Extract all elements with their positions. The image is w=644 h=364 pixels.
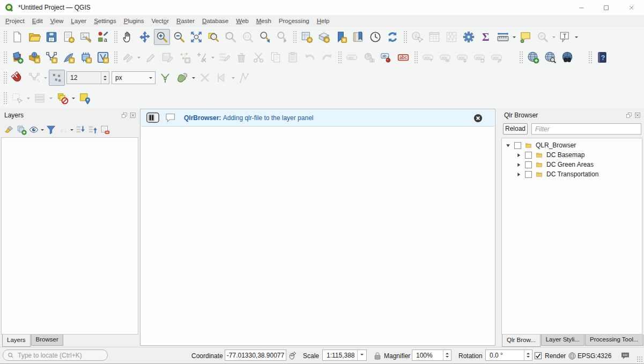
advanced-digitizing-dropdown[interactable] <box>210 49 216 65</box>
zoom-to-layer-button[interactable] <box>223 29 239 45</box>
new-shapefile-layer-button[interactable] <box>61 49 77 65</box>
zoom-native-button[interactable]: 1:1 <box>240 29 256 45</box>
chevron-right-icon[interactable] <box>516 162 522 167</box>
message-close-icon[interactable] <box>473 113 483 123</box>
current-edits-button[interactable] <box>120 49 136 65</box>
filter-by-expression-button[interactable]: ε <box>57 123 69 136</box>
toolbar-grip[interactable] <box>3 30 7 44</box>
tree-checkbox[interactable] <box>525 161 532 168</box>
tree-row[interactable]: DC Transportation <box>502 169 642 179</box>
manage-map-themes-dropdown[interactable] <box>40 123 45 136</box>
locate-input[interactable]: Type to locate (Ctrl+K) <box>3 350 108 361</box>
snapping-intersection-button[interactable] <box>197 70 213 86</box>
select-by-form-dropdown[interactable] <box>48 90 54 106</box>
data-source-manager-button[interactable] <box>9 49 25 65</box>
metasearch-new-button[interactable] <box>525 49 541 65</box>
chevron-right-icon[interactable] <box>516 153 522 158</box>
select-by-location-button[interactable] <box>77 90 93 106</box>
toolbar-grip[interactable] <box>113 30 117 44</box>
toolbar-grip[interactable] <box>113 50 117 64</box>
layout-new-button[interactable] <box>61 29 77 45</box>
qlr-float-icon[interactable] <box>626 112 632 118</box>
snapping-tolerance-spinbox[interactable]: 12 <box>66 71 109 84</box>
layers-tree[interactable] <box>1 137 138 335</box>
new-geopackage-layer-button[interactable] <box>78 49 94 65</box>
menu-processing[interactable]: Processing <box>275 15 313 27</box>
layers-float-icon[interactable] <box>121 112 128 118</box>
close-button[interactable] <box>619 0 644 15</box>
change-label-button[interactable]: abc <box>395 49 411 65</box>
chevron-right-icon[interactable] <box>516 172 522 177</box>
menu-web[interactable]: Web <box>232 15 252 27</box>
maximize-button[interactable] <box>594 0 619 15</box>
enable-tracing-button[interactable] <box>236 70 253 86</box>
tree-checkbox[interactable] <box>514 142 521 149</box>
zoom-to-selection-button[interactable] <box>205 29 221 45</box>
processing-toolbox-button[interactable] <box>461 29 477 45</box>
map-canvas[interactable]: QlrBrowser: Adding qlr-file to the layer… <box>140 109 495 346</box>
lock-icon[interactable] <box>373 351 382 361</box>
open-layer-styling-button[interactable] <box>3 123 15 136</box>
extent-icon[interactable] <box>288 351 298 360</box>
redo-button[interactable] <box>319 49 335 65</box>
new-virtual-layer-button[interactable] <box>95 49 111 65</box>
map-tips-button[interactable] <box>517 29 534 45</box>
undo-button[interactable] <box>302 49 318 65</box>
text-annotation-button[interactable]: T <box>557 29 573 45</box>
tree-row-root[interactable]: QLR_Browser <box>502 140 642 150</box>
pin-labels-button[interactable]: abc <box>420 49 436 65</box>
deselect-all-button[interactable] <box>54 90 70 106</box>
toolbar-grip[interactable] <box>337 50 342 64</box>
menu-database[interactable]: Database <box>198 15 232 27</box>
tree-checkbox[interactable] <box>525 152 532 159</box>
edit-label-button[interactable]: abc <box>488 49 505 65</box>
labeling-options-button[interactable]: ab <box>378 49 394 65</box>
measure-line-dropdown[interactable] <box>512 29 517 45</box>
menu-help[interactable]: Help <box>313 15 334 27</box>
layers-close-icon[interactable] <box>130 112 136 118</box>
toolbar-grip[interactable] <box>519 50 523 64</box>
tree-checkbox[interactable] <box>525 171 532 178</box>
add-vector-layer-button[interactable] <box>26 49 42 65</box>
project-open-button[interactable] <box>26 29 42 45</box>
menu-vector[interactable]: Vector <box>147 15 173 27</box>
show-spatial-bookmarks-button[interactable] <box>350 29 366 45</box>
help-contents-button[interactable]: ? <box>594 49 610 65</box>
toolbar-grip[interactable] <box>292 30 297 44</box>
open-attribute-table-button[interactable] <box>426 29 442 45</box>
menu-plugins[interactable]: Plugins <box>120 15 148 27</box>
identify-features-button[interactable]: i <box>409 29 425 45</box>
tree-row[interactable]: DC Green Areas <box>502 160 642 169</box>
show-statistics-button[interactable]: Σ <box>478 29 494 45</box>
layer-labeling-button[interactable]: abc <box>344 49 360 65</box>
menu-view[interactable]: View <box>47 15 68 27</box>
collapse-all-button[interactable] <box>86 123 99 136</box>
filter-input[interactable]: Filter <box>531 123 641 135</box>
layer-diagram-button[interactable] <box>361 49 377 65</box>
select-features-button[interactable] <box>9 90 25 106</box>
message-stack-icon[interactable] <box>146 111 160 125</box>
scale-combo[interactable]: 1:115,388 <box>322 350 367 361</box>
add-delimited-text-layer-button[interactable] <box>43 49 60 65</box>
advanced-digitizing-button[interactable] <box>194 49 210 65</box>
filter-by-expression-dropdown[interactable] <box>69 123 74 136</box>
avoid-overlap-dropdown[interactable] <box>191 70 196 86</box>
highlight-labels-button[interactable]: abc <box>437 49 453 65</box>
snap-to-vertex-button[interactable] <box>49 70 65 86</box>
manage-map-themes-button[interactable] <box>27 123 40 136</box>
cut-features-button[interactable] <box>250 49 267 65</box>
zoom-out-button[interactable] <box>171 29 187 45</box>
topological-editing-button[interactable] <box>157 70 173 86</box>
current-edits-dropdown[interactable] <box>136 49 142 65</box>
osm-place-search-button[interactable] <box>535 29 551 45</box>
select-features-dropdown[interactable] <box>26 90 31 106</box>
menu-raster[interactable]: Raster <box>173 15 198 27</box>
statistical-summary-button[interactable] <box>443 29 460 45</box>
toolbar-grip[interactable] <box>3 50 7 64</box>
enable-snapping-button[interactable] <box>9 70 25 86</box>
minimize-button[interactable] <box>569 0 594 15</box>
crs-globe-icon[interactable] <box>567 351 577 361</box>
rotate-label-button[interactable]: abc <box>471 49 487 65</box>
zoom-last-button[interactable] <box>257 29 273 45</box>
menu-project[interactable]: Project <box>2 15 28 27</box>
